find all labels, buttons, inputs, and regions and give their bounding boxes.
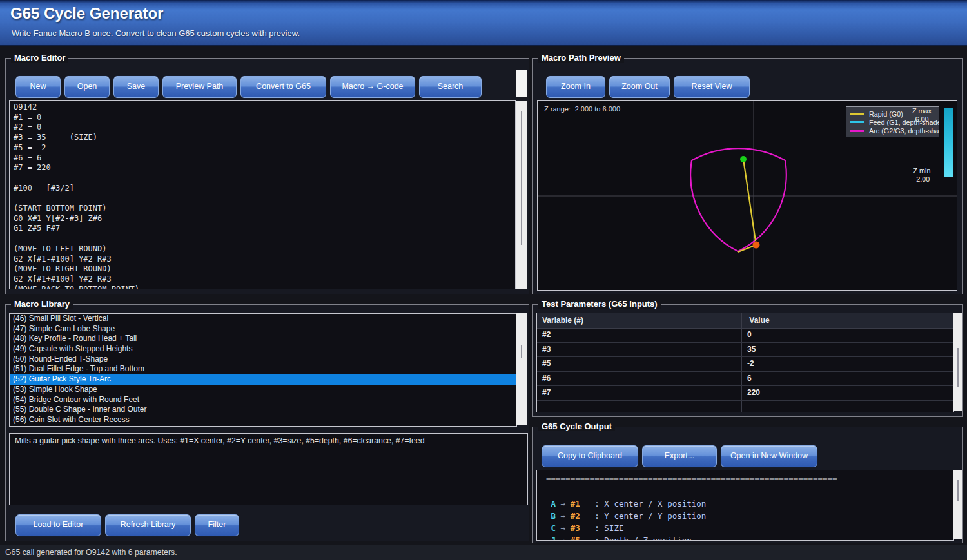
variable-cell: #5 (537, 357, 742, 371)
legend-swatch (850, 121, 864, 123)
output-scrollbar[interactable] (953, 470, 962, 539)
list-item[interactable]: (55) Double C Shape - Inner and Outer (10, 405, 516, 415)
editor-scrollbar-groove (521, 111, 522, 245)
value-cell[interactable] (742, 401, 953, 412)
page-subtitle: Write Fanuc Macro B once. Convert to cle… (12, 28, 300, 38)
header-banner: G65 Cycle Generator Write Fanuc Macro B … (0, 0, 967, 46)
column-header-variable: Variable (#) (537, 313, 742, 328)
preview-path-button[interactable]: Preview Path (162, 76, 237, 98)
test-parameters-title: Test Parameters (G65 Inputs) (538, 299, 661, 309)
variable-cell: #6 (537, 372, 742, 386)
output-token: #5 (571, 536, 595, 541)
open-button[interactable]: Open (64, 76, 110, 98)
value-cell[interactable]: 220 (742, 386, 953, 400)
list-item[interactable]: (46) Small Pill Slot - Vertical (10, 314, 516, 324)
zoom-out-button[interactable]: Zoom Out (609, 76, 670, 98)
list-item[interactable]: (52) Guitar Pick Style Tri-Arc (10, 374, 516, 385)
open-in-new-window-button[interactable]: Open in New Window (721, 445, 817, 467)
end-point-dot (753, 242, 760, 249)
table-row[interactable]: #335 (537, 343, 953, 358)
legend-label: Arc (G2/G3, depth-shaded) (869, 127, 939, 135)
value-cell[interactable]: 6 (742, 372, 953, 386)
variable-cell: #2 (537, 328, 742, 342)
legend-swatch (850, 130, 864, 132)
filter-button[interactable]: Filter (195, 514, 239, 536)
output-scrollbar-groove (957, 480, 959, 501)
output-separator: ========================================… (546, 474, 837, 483)
library-scrollbar-groove (521, 345, 522, 358)
macro-code-text: O9142 #1 = 0 #2 = 0 #3 = 35 (SIZE) #5 = … (10, 101, 515, 289)
macro-code-editor[interactable]: O9142 #1 = 0 #2 = 0 #3 = 35 (SIZE) #5 = … (9, 100, 516, 289)
output-token: #2 (571, 511, 595, 521)
output-token: A (551, 499, 556, 508)
macro-description: Mills a guitar pick shape with three arc… (10, 434, 527, 448)
output-token: : SIZE (594, 523, 623, 533)
legend-row: Arc (G2/G3, depth-shaded) (850, 127, 939, 135)
list-item[interactable]: (56) Coin Slot with Center Recess (10, 415, 516, 425)
table-row[interactable]: #20 (537, 328, 953, 343)
load-to-editor-button[interactable]: Load to Editor (15, 514, 101, 536)
search-button[interactable]: Search (419, 76, 482, 98)
params-table: Variable (#) Value #20#335#5-2#66#7220 (536, 313, 954, 412)
list-item[interactable]: (48) Key Profile - Round Head + Tail (10, 334, 516, 344)
list-item[interactable]: (49) Capsule with Stepped Heights (10, 344, 516, 354)
legend-swatch (850, 113, 864, 115)
table-row[interactable]: #5-2 (537, 357, 953, 372)
refresh-library-button[interactable]: Refresh Library (105, 514, 191, 536)
list-item[interactable]: (54) Bridge Contour with Round Feet (10, 395, 516, 405)
new-button[interactable]: New (15, 76, 61, 98)
output-lines: ========================================… (537, 470, 953, 541)
zoom-in-button[interactable]: Zoom In (546, 76, 605, 98)
cycle-output-box[interactable]: ========================================… (536, 470, 954, 541)
value-cell[interactable]: 35 (742, 343, 953, 357)
variable-cell (537, 401, 742, 412)
editor-scrollbar-thumb[interactable] (516, 70, 527, 97)
z-max-label: Z max6.00 (909, 107, 935, 123)
output-token: C (551, 523, 556, 533)
output-token: #1 (571, 499, 595, 508)
output-token: #3 (571, 523, 595, 533)
reset-view-button[interactable]: Reset View (674, 76, 750, 98)
column-header-value: Value (744, 313, 769, 328)
table-row[interactable] (537, 401, 953, 412)
list-item[interactable]: (51) Dual Fillet Edge - Top and Bottom (10, 364, 516, 374)
copy-to-clipboard-button[interactable]: Copy to Clipboard (542, 445, 638, 467)
output-token: J (551, 536, 556, 541)
depth-colorbar (944, 108, 953, 177)
params-scrollbar[interactable] (953, 313, 962, 411)
table-row[interactable]: #66 (537, 372, 953, 387)
library-list[interactable]: (46) Small Pill Slot - Vertical(47) Simp… (9, 313, 517, 427)
variable-cell: #3 (537, 343, 742, 357)
page-title: G65 Cycle Generator (10, 5, 163, 23)
output-token: → (556, 523, 571, 533)
list-item[interactable]: (47) Simple Cam Lobe Shape (10, 324, 516, 334)
library-scrollbar[interactable] (516, 313, 527, 425)
output-token: : X center / X position (594, 499, 706, 508)
table-row[interactable]: #7220 (537, 386, 953, 401)
macro-editor-title: Macro Editor (11, 53, 68, 63)
list-item[interactable]: (50) Round-Ended T-Shape (10, 354, 516, 365)
value-cell[interactable]: 0 (742, 328, 953, 342)
params-table-body: #20#335#5-2#66#7220 (537, 328, 953, 412)
z-min-label: Z min-2.00 (909, 167, 935, 183)
status-bar: G65 call generated for O9142 with 6 para… (0, 545, 967, 560)
arc-path (690, 148, 786, 251)
export-button[interactable]: Export... (642, 445, 717, 467)
output-token: B (551, 511, 556, 521)
value-cell[interactable]: -2 (742, 357, 953, 371)
output-token: : Y center / Y position (594, 511, 706, 521)
editor-scrollbar[interactable] (516, 101, 527, 289)
app-window: G65 Cycle Generator Write Fanuc Macro B … (0, 0, 967, 560)
path-preview-canvas[interactable]: Z range: -2.000 to 6.000 Rapid (G0)Feed … (537, 100, 957, 291)
status-text: G65 call generated for O9142 with 6 para… (5, 548, 177, 557)
convert-to-g65-button[interactable]: Convert to G65 (240, 76, 326, 98)
output-token: → (556, 511, 571, 521)
list-item[interactable]: (53) Simple Hook Shape (10, 385, 516, 395)
output-token: → (556, 499, 571, 508)
macro-library-title: Macro Library (11, 299, 73, 309)
save-button[interactable]: Save (113, 76, 159, 98)
macro-to-gcode-button[interactable]: Macro → G-code (330, 76, 415, 98)
params-scrollbar-groove (957, 348, 959, 387)
variable-cell: #7 (537, 386, 742, 400)
legend-label: Rapid (G0) (869, 110, 903, 118)
